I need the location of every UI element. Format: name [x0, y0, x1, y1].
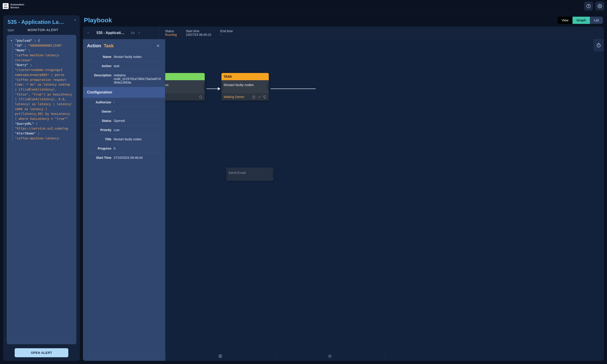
detail-row-key: Authorizer: [87, 101, 111, 104]
node-action-icons: [252, 95, 266, 99]
graph-edge: [271, 89, 316, 89]
node-port-out[interactable]: [267, 83, 269, 91]
payload-root-brace: : {: [32, 39, 40, 42]
brand-line1: Automation: [10, 3, 24, 6]
node-port-in[interactable]: [221, 83, 223, 91]
detail-row-value: 27/10/2023 08:46:04: [114, 156, 161, 159]
topbar: su mo Automation Service: [0, 0, 607, 12]
detail-row-key: Description: [87, 73, 111, 84]
node-port-out[interactable]: [272, 170, 274, 178]
cancel-circle-icon: [218, 354, 222, 358]
detail-header-secondary: Task: [104, 43, 114, 48]
footer-spacer-right: [385, 351, 604, 361]
graph-node-task[interactable]: TASK Restart faulty nodes Waiting Owner: [221, 73, 269, 101]
status-value: Running: [165, 33, 177, 37]
footer-spacer: [83, 351, 165, 361]
view-label: View: [558, 17, 573, 24]
detail-header: Action Task: [83, 39, 165, 52]
playbook-nav-title: 535 - Applicati…: [92, 31, 128, 35]
thumbs-down-icon[interactable]: [263, 95, 266, 99]
detail-row: Authorizer-: [87, 98, 161, 107]
status-col: Status Running: [165, 29, 177, 37]
gear-icon: [597, 4, 602, 8]
detail-row-value: Restart faulty nodes: [114, 55, 161, 59]
footer-fit-button[interactable]: [275, 351, 385, 361]
thumbs-up-icon[interactable]: [252, 95, 255, 99]
view-graph-tab[interactable]: Graph: [573, 17, 590, 24]
brand-line2: Service: [10, 6, 24, 9]
open-alert-button[interactable]: OPEN ALERT: [15, 348, 68, 357]
detail-row-key: Start Time: [87, 156, 111, 159]
detail-row: PriorityLow: [87, 126, 161, 135]
timeline-button[interactable]: [593, 39, 604, 51]
chevron-left-icon: [73, 18, 77, 22]
playbook-heading: Playbook: [84, 17, 112, 24]
end-time-label: End time: [220, 29, 233, 33]
start-time-col: Start time 10/27/23 08:45:22: [186, 29, 211, 37]
alert-title: 535 - Application Late…: [3, 15, 69, 27]
graph-node-email[interactable]: Send Email: [226, 168, 274, 181]
node-port-out[interactable]: [203, 83, 205, 91]
settings-button[interactable]: [595, 1, 604, 11]
playbook-footer: [83, 351, 604, 361]
detail-row: Actiontask: [87, 62, 161, 71]
detail-row-key: Name: [87, 55, 111, 59]
task-detail-panel: Action Task NameRestart faulty nodesActi…: [83, 39, 165, 351]
detail-rows-primary: NameRestart faulty nodesActiontaskDescri…: [83, 52, 165, 87]
playbook-card: 535 - Applicati… 1/1 Status Running Star…: [83, 26, 604, 361]
brand-logo: su mo: [3, 3, 9, 9]
detail-row: Progress0: [87, 144, 161, 153]
playbook-panel: Playbook View Graph List 535 - Applicati…: [83, 15, 604, 361]
topbar-actions: [584, 1, 604, 11]
detail-row-key: Priority: [87, 128, 111, 132]
collapse-sidebar-button[interactable]: [72, 17, 78, 23]
node-port-in[interactable]: [226, 170, 228, 178]
help-button[interactable]: [584, 1, 593, 11]
detail-row-value: 0: [114, 147, 161, 150]
search-icon[interactable]: [199, 95, 203, 99]
node-header: TASK: [221, 73, 269, 80]
detail-section-header: Configuration: [83, 87, 165, 98]
payload-root-key: "payload": [15, 39, 32, 42]
svg-point-3: [200, 96, 202, 98]
end-time-value: -: [220, 33, 233, 37]
next-playbook-button[interactable]: [137, 31, 141, 35]
detail-row: NameRestart faulty nodes: [87, 52, 161, 62]
arrow-icon: [218, 87, 221, 90]
node-state: Waiting Owner: [224, 95, 244, 99]
detail-row-key: Action: [87, 64, 111, 68]
detail-row-key: Title: [87, 137, 111, 141]
svg-point-2: [599, 5, 600, 7]
view-switcher: View Graph List: [558, 17, 603, 24]
node-footer: Waiting Owner: [221, 93, 269, 101]
close-detail-button[interactable]: [155, 43, 161, 49]
detail-row: TitleRestart faulty nodes: [87, 135, 161, 144]
detail-row: Start Time27/10/2023 08:46:04: [87, 153, 161, 162]
brand-text: Automation Service: [10, 3, 24, 9]
start-time-value: 10/27/23 08:45:22: [186, 33, 211, 37]
playbook-topbar: 535 - Applicati… 1/1 Status Running Star…: [83, 26, 604, 39]
main: 535 - Application Late… type MONITOR-ALE…: [0, 12, 607, 364]
prev-playbook-button[interactable]: [86, 31, 90, 35]
caret-down-icon[interactable]: ▾: [11, 38, 13, 43]
stopwatch-icon: [596, 43, 601, 48]
alert-type-value: MONITOR-ALERT: [28, 28, 58, 32]
detail-header-title: Action Task: [87, 43, 114, 48]
check-icon[interactable]: [258, 95, 261, 99]
detail-row-value: task: [114, 64, 161, 68]
detail-row-value: redeploy node_ec297d1a73b0c79a2a407d3b9a…: [114, 73, 161, 84]
chevron-left-icon: [87, 31, 90, 35]
start-time-label: Start time: [186, 29, 211, 33]
alert-type-label: type: [8, 28, 14, 32]
footer-cancel-button[interactable]: [165, 351, 275, 361]
close-icon: [156, 44, 160, 48]
chevron-right-icon: [138, 31, 141, 35]
payload-json-viewer[interactable]: ▾ "payload" : { "Id" : "0000000000EC1548…: [7, 35, 76, 344]
detail-row-value: -: [114, 101, 161, 104]
detail-row-value: -: [114, 110, 161, 113]
playbook-header: Playbook View Graph List: [83, 15, 604, 26]
end-time-col: End time -: [220, 29, 233, 37]
detail-row-key: Status: [87, 119, 111, 123]
payload-root: ▾ "payload" : {: [11, 38, 74, 43]
view-list-tab[interactable]: List: [590, 17, 603, 24]
